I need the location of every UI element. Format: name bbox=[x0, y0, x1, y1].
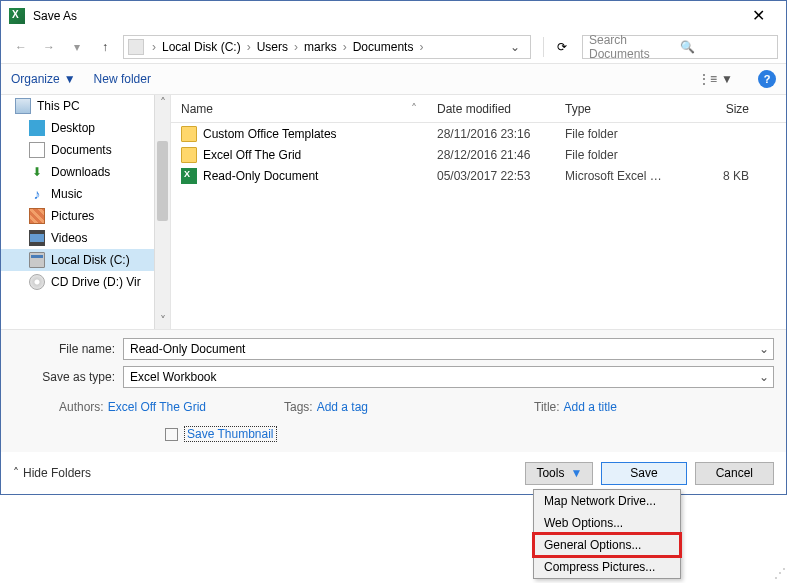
view-options-button[interactable]: ⋮≡ ▼ bbox=[691, 68, 740, 90]
breadcrumb-part[interactable]: Local Disk (C:) bbox=[160, 40, 243, 54]
sidebar-item[interactable]: Pictures bbox=[1, 205, 170, 227]
sidebar-item-label: Documents bbox=[51, 143, 112, 157]
refresh-button[interactable]: ⟳ bbox=[550, 35, 574, 59]
disk-icon bbox=[29, 252, 45, 268]
sidebar-item[interactable]: CD Drive (D:) Vir bbox=[1, 271, 170, 293]
chevron-right-icon: › bbox=[419, 40, 423, 54]
file-date: 05/03/2017 22:53 bbox=[427, 169, 555, 183]
file-row[interactable]: Custom Office Templates28/11/2016 23:16F… bbox=[171, 123, 786, 144]
hide-folders-label: Hide Folders bbox=[23, 466, 91, 480]
scroll-thumb[interactable] bbox=[157, 141, 168, 221]
tools-popup-menu: Map Network Drive...Web Options...Genera… bbox=[533, 489, 681, 579]
sidebar-item-label: This PC bbox=[37, 99, 80, 113]
scroll-up-icon[interactable]: ˄ bbox=[155, 95, 170, 111]
file-name: Read-Only Document bbox=[203, 169, 318, 183]
form-area: File name: Read-Only Document ⌄ Save as … bbox=[1, 329, 786, 452]
savetype-value: Excel Workbook bbox=[130, 370, 216, 384]
search-icon: 🔍 bbox=[680, 40, 771, 54]
authors-value[interactable]: Excel Off The Grid bbox=[108, 400, 206, 414]
savetype-select[interactable]: Excel Workbook ⌄ bbox=[123, 366, 774, 388]
sidebar-item-label: Local Disk (C:) bbox=[51, 253, 130, 267]
back-button[interactable]: ← bbox=[9, 35, 33, 59]
file-row[interactable]: Read-Only Document05/03/2017 22:53Micros… bbox=[171, 165, 786, 186]
address-dropdown[interactable]: ⌄ bbox=[504, 40, 526, 54]
column-name[interactable]: Name ˄ bbox=[171, 102, 427, 116]
main-area: This PCDesktopDocumentsDownloadsMusicPic… bbox=[1, 95, 786, 329]
authors-label: Authors: bbox=[59, 400, 104, 414]
sidebar-item-label: Desktop bbox=[51, 121, 95, 135]
title-bar: Save As ✕ bbox=[1, 1, 786, 31]
nav-tree: This PCDesktopDocumentsDownloadsMusicPic… bbox=[1, 95, 171, 329]
hide-folders-button[interactable]: ˄ Hide Folders bbox=[13, 466, 91, 480]
sidebar-item[interactable]: This PC bbox=[1, 95, 170, 117]
scroll-down-icon[interactable]: ˅ bbox=[155, 313, 170, 329]
search-input[interactable]: Search Documents 🔍 bbox=[582, 35, 778, 59]
tags-label: Tags: bbox=[284, 400, 313, 414]
save-as-dialog: Save As ✕ ← → ▾ ↑ › Local Disk (C:) › Us… bbox=[0, 0, 787, 495]
up-button[interactable]: ↑ bbox=[93, 35, 117, 59]
dialog-footer: ˄ Hide Folders Tools ▼ Save Cancel ⋰ bbox=[1, 452, 786, 494]
organize-menu[interactable]: Organize ▼ bbox=[11, 72, 76, 86]
column-size[interactable]: Size bbox=[679, 102, 759, 116]
drive-icon bbox=[128, 39, 144, 55]
column-date[interactable]: Date modified bbox=[427, 102, 555, 116]
command-bar: Organize ▼ New folder ⋮≡ ▼ ? bbox=[1, 63, 786, 95]
sidebar-item-label: Videos bbox=[51, 231, 87, 245]
file-row[interactable]: Excel Off The Grid28/12/2016 21:46File f… bbox=[171, 144, 786, 165]
sidebar-item[interactable]: Videos bbox=[1, 227, 170, 249]
chevron-right-icon: › bbox=[294, 40, 298, 54]
close-button[interactable]: ✕ bbox=[738, 7, 778, 25]
cd-icon bbox=[29, 274, 45, 290]
cancel-button[interactable]: Cancel bbox=[695, 462, 774, 485]
file-size: 8 KB bbox=[679, 169, 759, 183]
file-date: 28/11/2016 23:16 bbox=[427, 127, 555, 141]
sidebar-scrollbar[interactable]: ˄˅ bbox=[154, 95, 170, 329]
breadcrumb-part[interactable]: Documents bbox=[351, 40, 416, 54]
title-value[interactable]: Add a title bbox=[564, 400, 617, 414]
file-name: Excel Off The Grid bbox=[203, 148, 301, 162]
sidebar-item[interactable]: Desktop bbox=[1, 117, 170, 139]
sidebar-item-label: CD Drive (D:) Vir bbox=[51, 275, 141, 289]
search-placeholder: Search Documents bbox=[589, 33, 680, 61]
column-name-label: Name bbox=[181, 102, 213, 116]
address-bar[interactable]: › Local Disk (C:) › Users › marks › Docu… bbox=[123, 35, 531, 59]
nav-bar: ← → ▾ ↑ › Local Disk (C:) › Users › mark… bbox=[1, 31, 786, 63]
resize-grip[interactable]: ⋰ bbox=[774, 566, 786, 580]
chevron-right-icon: › bbox=[343, 40, 347, 54]
sidebar-item-label: Pictures bbox=[51, 209, 94, 223]
organize-label: Organize bbox=[11, 72, 60, 86]
column-type[interactable]: Type bbox=[555, 102, 679, 116]
tools-menu-button[interactable]: Tools ▼ bbox=[525, 462, 593, 485]
save-thumbnail-label[interactable]: Save Thumbnail bbox=[184, 426, 277, 442]
folder-icon bbox=[181, 147, 197, 163]
breadcrumb-part[interactable]: Users bbox=[255, 40, 290, 54]
chevron-down-icon[interactable]: ⌄ bbox=[759, 370, 769, 384]
sidebar-item[interactable]: Local Disk (C:) bbox=[1, 249, 170, 271]
down-icon bbox=[29, 164, 45, 180]
tools-menu-item[interactable]: Web Options... bbox=[534, 512, 680, 534]
pic-icon bbox=[29, 208, 45, 224]
sidebar-item[interactable]: Documents bbox=[1, 139, 170, 161]
sidebar-item[interactable]: Music bbox=[1, 183, 170, 205]
filename-input[interactable]: Read-Only Document ⌄ bbox=[123, 338, 774, 360]
chevron-up-icon: ˄ bbox=[13, 466, 19, 480]
tools-menu-item[interactable]: General Options... bbox=[534, 534, 680, 556]
sidebar-item[interactable]: Downloads bbox=[1, 161, 170, 183]
sidebar-item-label: Downloads bbox=[51, 165, 110, 179]
breadcrumb-part[interactable]: marks bbox=[302, 40, 339, 54]
column-headers: Name ˄ Date modified Type Size bbox=[171, 95, 786, 123]
help-button[interactable]: ? bbox=[758, 70, 776, 88]
tools-menu-item[interactable]: Map Network Drive... bbox=[534, 490, 680, 512]
new-folder-button[interactable]: New folder bbox=[94, 72, 151, 86]
view-icon: ⋮≡ bbox=[698, 72, 717, 86]
save-button[interactable]: Save bbox=[601, 462, 686, 485]
tools-menu-item[interactable]: Compress Pictures... bbox=[534, 556, 680, 578]
tags-value[interactable]: Add a tag bbox=[317, 400, 368, 414]
chevron-down-icon[interactable]: ⌄ bbox=[759, 342, 769, 356]
save-thumbnail-checkbox[interactable] bbox=[165, 428, 178, 441]
vid-icon bbox=[29, 230, 45, 246]
filename-value: Read-Only Document bbox=[130, 342, 245, 356]
recent-locations-dropdown[interactable]: ▾ bbox=[65, 35, 89, 59]
file-type: File folder bbox=[555, 148, 679, 162]
forward-button[interactable]: → bbox=[37, 35, 61, 59]
